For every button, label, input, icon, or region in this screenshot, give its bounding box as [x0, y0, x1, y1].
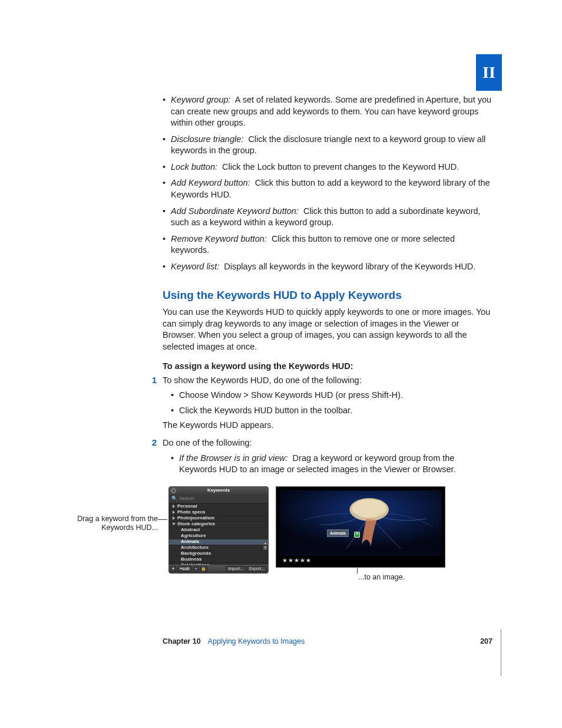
def-desc: Displays all keywords in the keyword lib… — [224, 262, 475, 271]
page-footer: Chapter 10 Applying Keywords to Images 2… — [163, 637, 492, 647]
step-text: To show the Keywords HUD, do one of the … — [163, 375, 362, 385]
bullet-term: If the Browser is in grid view: — [179, 453, 288, 463]
callout-text: Keywords HUD... — [101, 523, 158, 532]
step-number: 1 — [152, 375, 157, 387]
step-bullet: Choose Window > Show Keywords HUD (or pr… — [171, 390, 492, 401]
search-placeholder: Search — [179, 496, 194, 502]
def-term: Lock button: — [171, 162, 217, 172]
remove-keyword-button[interactable]: − — [193, 566, 199, 572]
def-desc: Click the Lock button to prevent changes… — [222, 162, 459, 172]
chapter-label: Chapter 10 — [163, 637, 201, 647]
disclosure-triangle-icon[interactable] — [173, 505, 175, 508]
step-bullets: If the Browser is in grid view: Drag a k… — [171, 453, 492, 476]
step-number: 2 — [152, 437, 157, 449]
rating-stars[interactable]: ★★★★★ — [282, 556, 312, 565]
image-preview[interactable]: Animals + ★★★★★ — [276, 486, 445, 568]
scroll-up-icon[interactable]: ▲ — [263, 541, 267, 545]
step-item: 2 Do one of the following: If the Browse… — [163, 437, 492, 476]
figure-callout-left: Drag a keyword from the Keywords HUD... — [70, 515, 158, 533]
def-term: Disclosure triangle: — [171, 134, 243, 144]
step-bullets: Choose Window > Show Keywords HUD (or pr… — [171, 390, 492, 416]
image-thumbnail[interactable]: Animals + — [280, 490, 441, 555]
export-button[interactable]: Export... — [247, 566, 267, 572]
keywords-hud[interactable]: × Keywords 🔍 Search Personal Photo specs… — [168, 486, 269, 574]
step-text: Do one of the following: — [163, 438, 252, 447]
hud-titlebar[interactable]: × Keywords — [169, 487, 268, 495]
def-term: Add Keyword button: — [171, 178, 250, 187]
svg-point-2 — [352, 499, 386, 518]
def-term: Add Subordinate Keyword button: — [171, 206, 299, 216]
page-number: 207 — [480, 637, 492, 647]
def-term: Remove Keyword button: — [171, 234, 267, 243]
chapter-title: Applying Keywords to Images — [208, 637, 305, 647]
def-item: Disclosure triangle: Click the disclosur… — [163, 134, 492, 157]
lock-icon[interactable]: 🔒 — [200, 566, 207, 572]
callout-text: Drag a keyword from the — [77, 515, 158, 523]
section-intro: You can use the Keywords HUD to quickly … — [163, 307, 492, 353]
hud-search[interactable]: 🔍 Search — [169, 495, 268, 503]
content-column: Keyword group: A set of related keywords… — [163, 94, 492, 476]
step-list: 1 To show the Keywords HUD, do one of th… — [163, 375, 492, 476]
figure: Drag a keyword from the Keywords HUD... … — [70, 486, 494, 587]
step-bullet: Click the Keywords HUD button in the too… — [171, 405, 492, 417]
step-bullet: If the Browser is in grid view: Drag a k… — [171, 453, 492, 476]
add-keyword-button[interactable]: + — [170, 566, 176, 572]
def-item: Add Subordinate Keyword button: Click th… — [163, 206, 492, 229]
drag-ghost-label: Animals — [327, 529, 349, 537]
hud-keyword-list[interactable]: Personal Photo specs Photojournalism Sto… — [169, 503, 268, 574]
disclosure-triangle-icon[interactable] — [173, 510, 175, 514]
part-tab: II — [476, 54, 502, 91]
disclosure-triangle-icon[interactable] — [172, 523, 176, 525]
def-term: Keyword group: — [171, 95, 231, 104]
hud-footer: + +sub − 🔒 Import... Export... — [169, 565, 268, 573]
step-item: 1 To show the Keywords HUD, do one of th… — [163, 375, 492, 431]
hud-scrollbar[interactable]: ▲ ▼ — [263, 541, 267, 550]
add-subordinate-keyword-button[interactable]: +sub — [177, 566, 192, 572]
folio-rule — [501, 629, 501, 676]
def-item: Keyword group: A set of related keywords… — [163, 94, 492, 129]
callout-text: ...to an image. — [358, 573, 405, 581]
scroll-down-icon[interactable]: ▼ — [263, 546, 267, 550]
def-item: Add Keyword button: Click this button to… — [163, 177, 492, 200]
def-item: Lock button: Click the Lock button to pr… — [163, 162, 492, 173]
drop-plus-icon: + — [354, 532, 360, 538]
import-button[interactable]: Import... — [226, 566, 246, 572]
jellyfish-illustration — [280, 490, 441, 555]
def-term: Keyword list: — [171, 262, 219, 271]
close-icon[interactable]: × — [171, 488, 176, 493]
search-icon: 🔍 — [171, 496, 177, 502]
callout-leader-line — [357, 566, 358, 574]
figure-callout-bottom: ...to an image. — [358, 572, 405, 582]
def-item: Keyword list: Displays all keywords in t… — [163, 261, 492, 273]
section-heading: Using the Keywords HUD to Apply Keywords — [163, 288, 492, 303]
task-heading: To assign a keyword using the Keywords H… — [163, 361, 492, 373]
def-item: Remove Keyword button: Click this button… — [163, 233, 492, 256]
hud-title: Keywords — [207, 487, 230, 494]
definition-list: Keyword group: A set of related keywords… — [163, 94, 492, 272]
disclosure-triangle-icon[interactable] — [173, 516, 175, 520]
callout-leader-line — [158, 519, 167, 520]
step-tail: The Keywords HUD appears. — [163, 420, 492, 431]
